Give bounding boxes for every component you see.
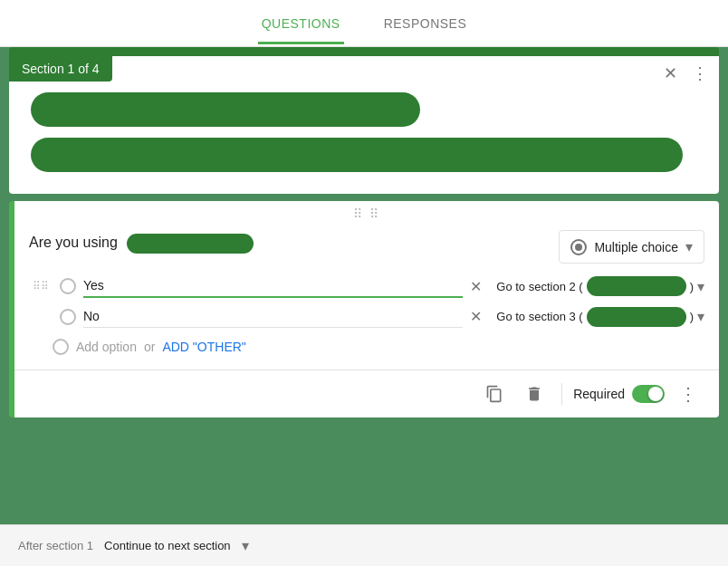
type-dropdown-arrow-icon[interactable]: ▾ — [685, 238, 693, 255]
option-input-yes[interactable] — [83, 274, 463, 298]
question-text: Are you using — [29, 230, 548, 254]
section-subtitle-blurred — [31, 138, 683, 172]
section-header-card: Section 1 of 4 ✕ ⋮ — [9, 47, 719, 194]
bottom-bar: After section 1 Continue to next section… — [0, 524, 728, 566]
bottom-dropdown-arrow-icon[interactable]: ▾ — [242, 537, 249, 554]
footer-divider — [561, 383, 562, 405]
question-card: ⠿ ⠿ Are you using Multiple choice ▾ ⠿⠿ — [9, 201, 719, 417]
main-area: Section 1 of 4 ✕ ⋮ ⠿ ⠿ Are you using Mul… — [0, 47, 728, 524]
option-row: ⠿⠿ ✕ Go to section 2 ( ) ▾ — [29, 271, 704, 302]
toggle-track — [632, 385, 665, 403]
add-option-or: or — [144, 340, 155, 354]
continue-section-text: Continue to next section — [104, 539, 230, 552]
card-footer: Required ⋮ — [14, 369, 719, 417]
goto-blurred-no — [587, 307, 686, 327]
add-option-radio-icon — [53, 339, 69, 355]
section-header-icons: ✕ ⋮ — [664, 63, 708, 83]
add-other-link[interactable]: ADD "OTHER" — [162, 340, 245, 354]
section-title-blurred — [31, 92, 420, 127]
tab-responses[interactable]: RESPONSES — [380, 2, 471, 44]
section-header-content — [9, 56, 719, 194]
tab-bar: QUESTIONS RESPONSES — [0, 0, 728, 47]
add-option-row: Add option or ADD "OTHER" — [53, 331, 704, 362]
option-input-no[interactable] — [83, 305, 463, 328]
delete-button[interactable] — [518, 378, 551, 410]
goto-label-no: Go to section 3 ( — [496, 310, 582, 323]
tab-questions[interactable]: QUESTIONS — [258, 2, 344, 44]
question-text-label: Are you using — [29, 235, 118, 250]
close-icon[interactable]: ✕ — [664, 63, 677, 83]
copy-icon — [485, 385, 503, 403]
delete-icon — [525, 385, 543, 403]
option-drag-icon[interactable]: ⠿⠿ — [29, 280, 53, 293]
card-more-button[interactable]: ⋮ — [672, 378, 704, 410]
goto-label-yes: Go to section 2 ( — [496, 280, 582, 293]
options-container: ⠿⠿ ✕ Go to section 2 ( ) ▾ ⠿⠿ ✕ Go to se — [14, 271, 719, 369]
goto-blurred-yes — [587, 276, 686, 296]
option-row: ⠿⠿ ✕ Go to section 3 ( ) ▾ — [29, 302, 704, 331]
card-more-icon: ⋮ — [679, 383, 697, 405]
goto-dropdown-no-icon[interactable]: ▾ — [697, 308, 704, 325]
copy-button[interactable] — [478, 378, 511, 410]
option-delete-yes-icon[interactable]: ✕ — [470, 278, 482, 295]
question-type-dropdown[interactable]: Multiple choice ▾ — [559, 230, 704, 264]
add-option-text[interactable]: Add option — [76, 340, 137, 354]
more-icon[interactable]: ⋮ — [692, 63, 708, 83]
after-section-label: After section 1 — [18, 539, 93, 552]
goto-close-no: ) — [690, 310, 694, 323]
toggle-thumb — [648, 387, 663, 401]
multiple-choice-icon — [570, 239, 587, 255]
option-delete-no-icon[interactable]: ✕ — [470, 308, 482, 325]
goto-section-no: Go to section 3 ( ) ▾ — [496, 307, 704, 327]
option-radio-no — [60, 309, 76, 325]
goto-close-yes: ) — [690, 280, 694, 293]
required-toggle[interactable] — [632, 385, 665, 403]
section-badge: Section 1 of 4 — [9, 56, 112, 82]
question-type-label: Multiple choice — [594, 240, 678, 254]
option-radio-yes — [60, 278, 76, 294]
required-label: Required — [573, 387, 625, 401]
goto-section-yes: Go to section 2 ( ) ▾ — [496, 276, 704, 296]
question-top: Are you using Multiple choice ▾ — [14, 223, 719, 271]
drag-handle-icon[interactable]: ⠿ ⠿ — [14, 201, 719, 223]
goto-dropdown-yes-icon[interactable]: ▾ — [697, 278, 704, 295]
